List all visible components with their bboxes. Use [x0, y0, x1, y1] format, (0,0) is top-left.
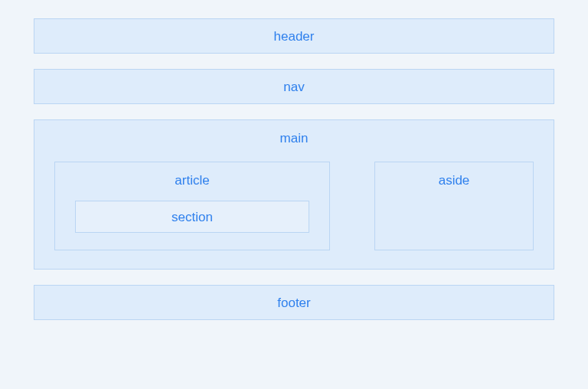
footer-region: footer: [34, 285, 554, 320]
main-label: main: [54, 131, 534, 146]
nav-label: nav: [283, 80, 304, 94]
article-region: article section: [54, 162, 330, 250]
header-label: header: [274, 29, 315, 44]
aside-region: aside: [374, 162, 534, 250]
nav-region: nav: [34, 69, 554, 104]
header-region: header: [34, 18, 554, 54]
aside-label: aside: [439, 173, 470, 188]
footer-label: footer: [277, 296, 310, 310]
main-region: main article section aside: [34, 119, 554, 270]
section-region: section: [75, 201, 309, 233]
section-label: section: [172, 210, 213, 224]
article-label: article: [75, 173, 309, 188]
main-row: article section aside: [54, 162, 534, 250]
